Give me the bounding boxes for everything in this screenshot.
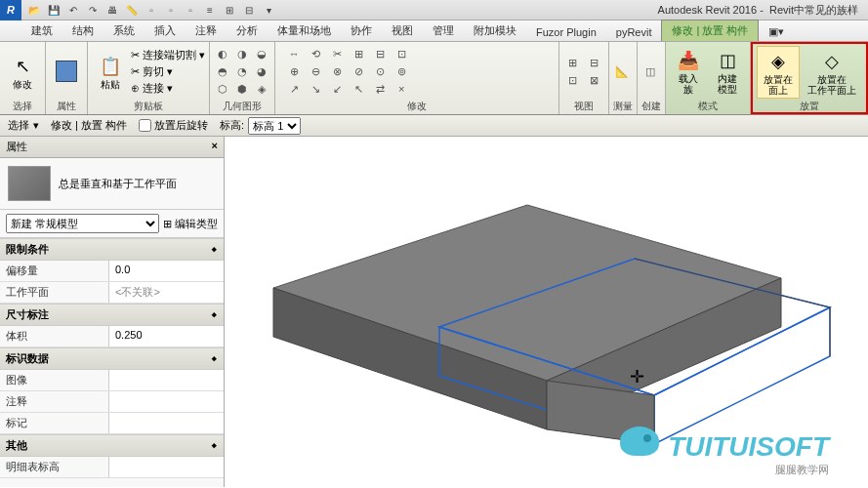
save-icon[interactable]: 💾 xyxy=(45,2,62,18)
tab-annotate[interactable]: 注释 xyxy=(186,20,227,41)
options-select[interactable]: 选择 ▾ xyxy=(8,118,39,133)
qat-btn[interactable]: ▫ xyxy=(182,2,199,18)
tab-architecture[interactable]: 建筑 xyxy=(21,20,62,41)
panel-geometry: ◐◑◒ ◓◔◕ ⬡⬢◈ 几何图形 xyxy=(210,42,275,114)
mod-btn[interactable]: ⊡ xyxy=(393,46,410,61)
group-identity[interactable]: 标识数据⬥ xyxy=(0,347,224,370)
tab-expand-icon[interactable]: ▣▾ xyxy=(759,22,794,41)
mod-btn[interactable]: ⊕ xyxy=(285,63,303,79)
tab-structure[interactable]: 结构 xyxy=(62,20,103,41)
properties-icon xyxy=(56,61,77,82)
viewport[interactable]: ✛ TUITUISOFT 腿腿教学网 xyxy=(225,137,868,487)
qat-btn[interactable]: ▫ xyxy=(162,2,180,18)
panel-label: 模式 xyxy=(670,99,746,114)
redo-icon[interactable]: ↷ xyxy=(84,2,102,18)
app-icon[interactable]: R xyxy=(0,0,21,20)
mod-btn[interactable]: ⟲ xyxy=(307,46,324,61)
prop-schedule: 明细表标高 xyxy=(0,457,224,478)
open-icon[interactable]: 📂 xyxy=(25,2,43,18)
qat-btn[interactable]: ▾ xyxy=(260,2,277,18)
qat-btn[interactable]: ≡ xyxy=(201,2,219,18)
cut-button[interactable]: ✂ 剪切 ▾ xyxy=(131,64,205,79)
panel-label: 放置 xyxy=(757,99,862,114)
geom-btn[interactable]: ◈ xyxy=(253,81,270,97)
tab-addins[interactable]: 附加模块 xyxy=(464,20,526,41)
workplane-value[interactable]: <不关联> xyxy=(109,282,224,303)
geom-btn[interactable]: ◓ xyxy=(214,63,231,79)
modify-button[interactable]: ↖ 修改 xyxy=(4,52,41,92)
panel-label: 视图 xyxy=(563,99,604,114)
view-btn[interactable]: ⊠ xyxy=(585,72,602,88)
geom-btn[interactable]: ◒ xyxy=(253,46,270,61)
paste-button[interactable]: 📋 粘贴 xyxy=(92,52,129,92)
group-other[interactable]: 其他⬥ xyxy=(0,434,224,457)
mod-btn[interactable]: ↗ xyxy=(285,81,303,97)
undo-icon[interactable]: ↶ xyxy=(64,2,82,18)
options-bar: 选择 ▾ 修改 | 放置 构件 放置后旋转 标高: 标高 1 xyxy=(0,115,868,137)
properties-button[interactable] xyxy=(50,59,83,84)
instance-filter-select[interactable]: 新建 常规模型 xyxy=(6,214,159,233)
geom-btn[interactable]: ◔ xyxy=(233,63,251,79)
offset-value[interactable]: 0.0 xyxy=(109,261,224,281)
geom-btn[interactable]: ⬡ xyxy=(214,81,231,97)
view-btn[interactable]: ⊞ xyxy=(563,55,581,70)
tab-collaborate[interactable]: 协作 xyxy=(341,20,382,41)
tab-manage[interactable]: 管理 xyxy=(423,20,464,41)
mod-btn[interactable]: ⊘ xyxy=(350,63,367,79)
tab-fuzor[interactable]: Fuzor Plugin xyxy=(526,23,606,41)
mod-btn[interactable]: ⊙ xyxy=(371,63,389,79)
mark-value[interactable] xyxy=(109,413,224,433)
view-btn[interactable]: ⊡ xyxy=(563,72,581,88)
schedule-value[interactable] xyxy=(109,457,224,477)
type-selector[interactable]: 总是垂直和基于工作平面 xyxy=(0,158,224,210)
join-button[interactable]: ⊕ 连接 ▾ xyxy=(131,81,205,96)
mod-btn[interactable]: ↖ xyxy=(350,81,367,97)
level-select[interactable]: 标高 1 xyxy=(248,117,301,135)
rotate-after-place-checkbox[interactable]: 放置后旋转 xyxy=(139,118,208,133)
prop-mark: 标记 xyxy=(0,413,224,434)
mod-btn[interactable]: ⊖ xyxy=(307,63,324,79)
clip-cut-button[interactable]: ✂ 连接端切割 ▾ xyxy=(131,48,205,62)
edit-type-button[interactable]: ⊞ 编辑类型 xyxy=(163,217,218,231)
mod-btn[interactable]: ⊞ xyxy=(350,46,367,61)
place-on-face-button[interactable]: ◈放置在 面上 xyxy=(757,46,800,99)
qat-btn[interactable]: ▫ xyxy=(143,2,160,18)
mod-btn[interactable]: ⊗ xyxy=(328,63,346,79)
geom-btn[interactable]: ◐ xyxy=(214,46,231,61)
place-on-workplane-button[interactable]: ◇放置在 工作平面上 xyxy=(802,47,862,98)
group-constraints[interactable]: 限制条件⬥ xyxy=(0,238,224,261)
qat-btn[interactable]: ⊟ xyxy=(240,2,258,18)
mod-btn[interactable]: ⇄ xyxy=(371,81,389,97)
qat-btn[interactable]: ⊞ xyxy=(221,2,238,18)
load-family-button[interactable]: 📥载入 族 xyxy=(670,46,707,97)
measure-icon[interactable]: 📏 xyxy=(123,2,141,18)
comments-value[interactable] xyxy=(109,391,224,412)
mod-btn[interactable]: × xyxy=(393,81,410,97)
create-btn[interactable]: ◫ xyxy=(641,63,659,79)
geom-btn[interactable]: ⬢ xyxy=(233,81,251,97)
mod-btn[interactable]: ⊚ xyxy=(393,63,410,79)
panel-properties: 属性 xyxy=(46,42,88,114)
inplace-model-button[interactable]: ◫内建 模型 xyxy=(709,46,746,97)
tab-insert[interactable]: 插入 xyxy=(145,20,186,41)
group-dimensions[interactable]: 尺寸标注⬥ xyxy=(0,304,224,326)
mod-btn[interactable]: ↙ xyxy=(328,81,346,97)
tab-view[interactable]: 视图 xyxy=(382,20,423,41)
close-icon[interactable]: × xyxy=(212,140,218,154)
measure-btn[interactable]: 📐 xyxy=(613,63,631,79)
mod-btn[interactable]: ↘ xyxy=(307,81,324,97)
tab-systems[interactable]: 系统 xyxy=(103,20,145,41)
tab-pyrevit[interactable]: pyRevit xyxy=(606,23,662,41)
geom-btn[interactable]: ◑ xyxy=(233,46,251,61)
image-value[interactable] xyxy=(109,370,224,390)
mod-btn[interactable]: ⊟ xyxy=(371,46,389,61)
geom-btn[interactable]: ◕ xyxy=(253,63,270,79)
mod-btn[interactable]: ↔ xyxy=(285,46,303,61)
mod-btn[interactable]: ✂ xyxy=(328,46,346,61)
tab-analyze[interactable]: 分析 xyxy=(227,20,268,41)
crosshair-cursor-icon: ✛ xyxy=(630,366,644,387)
view-btn[interactable]: ⊟ xyxy=(585,55,602,70)
print-icon[interactable]: 🖶 xyxy=(103,2,121,18)
tab-modify-place[interactable]: 修改 | 放置 构件 xyxy=(661,20,759,41)
tab-massing[interactable]: 体量和场地 xyxy=(268,20,341,41)
